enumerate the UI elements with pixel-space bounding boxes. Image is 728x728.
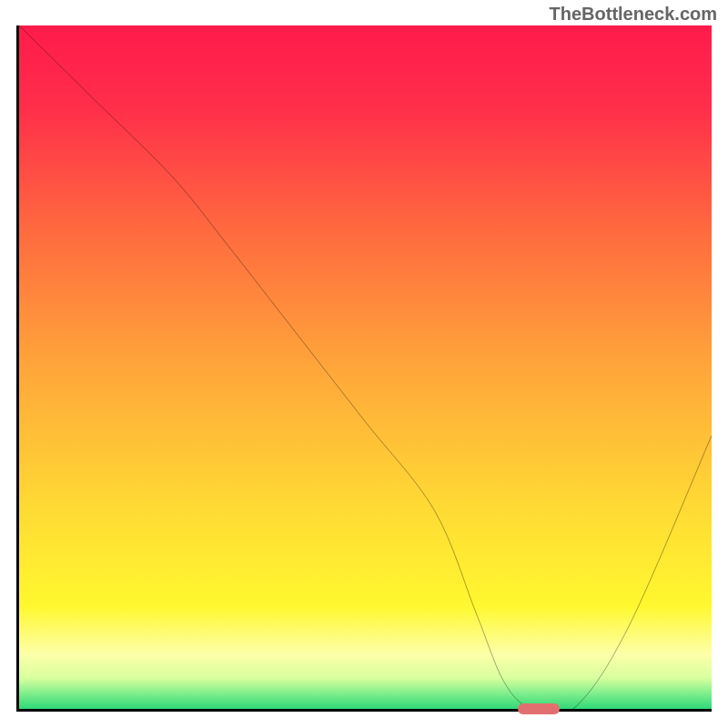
watermark-text: TheBottleneck.com xyxy=(550,4,717,25)
plot-area xyxy=(16,25,712,712)
optimal-range-marker xyxy=(518,703,560,714)
bottleneck-curve xyxy=(19,25,712,709)
